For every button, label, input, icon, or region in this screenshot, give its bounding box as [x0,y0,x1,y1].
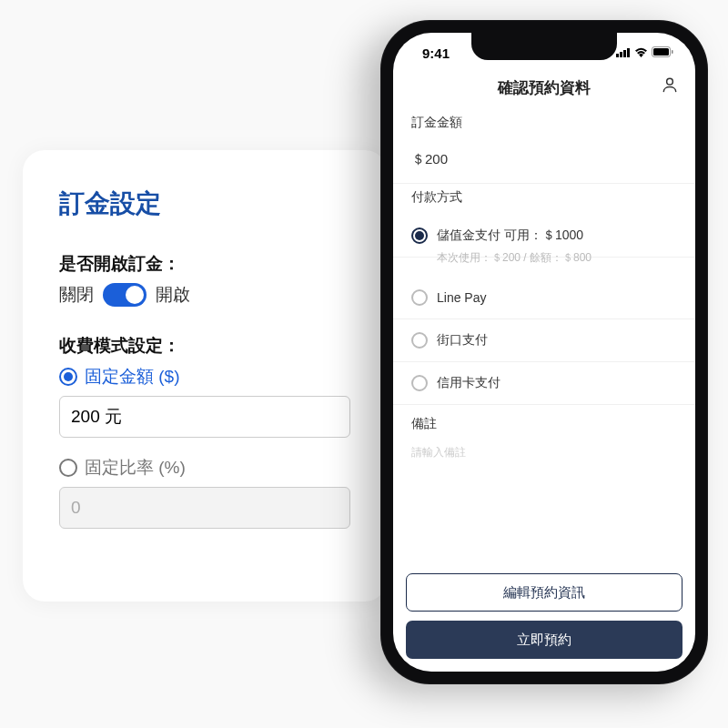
enable-deposit-label: 是否開啟訂金： [59,252,350,276]
radio-icon [411,289,428,306]
phone-screen: 9:41 確認預約資料 訂金金額 ＄200 [393,33,695,672]
deposit-amount-value: ＄200 [393,140,695,183]
fixed-percent-option[interactable]: 固定比率 (%) [59,456,350,480]
deposit-toggle[interactable] [103,283,147,307]
svg-rect-1 [620,52,622,57]
remark-label: 備註 [411,416,677,432]
screen-header: 確認預約資料 [393,61,695,109]
svg-point-7 [667,78,673,85]
deposit-section: 訂金金額 [393,109,695,140]
footer-buttons: 編輯預約資訊 立即預約 [406,573,682,659]
radio-icon [59,368,77,386]
status-time: 9:41 [422,46,450,61]
toggle-off-label: 關閉 [59,283,94,307]
pay-option-label: 街口支付 [437,332,488,349]
fixed-amount-label: 固定金額 ($) [85,365,180,389]
svg-rect-2 [623,50,626,57]
pay-option-credit-card[interactable]: 信用卡支付 [393,362,695,405]
card-title: 訂金設定 [59,187,350,221]
fixed-amount-option[interactable]: 固定金額 ($) [59,365,350,389]
toggle-on-label: 開啟 [156,283,190,307]
pay-option-sub: 本次使用：＄200 / 餘額：＄800 [393,250,695,277]
fixed-amount-input[interactable] [59,396,350,438]
radio-icon [59,459,77,477]
deposit-settings-card: 訂金設定 是否開啟訂金： 關閉 開啟 收費模式設定： 固定金額 ($) 固定比率… [23,150,387,602]
svg-rect-5 [653,48,669,56]
fixed-percent-label: 固定比率 (%) [85,456,186,480]
svg-rect-6 [672,50,673,54]
deposit-toggle-row: 關閉 開啟 [59,283,350,307]
deposit-amount-label: 訂金金額 [411,115,677,131]
remark-input[interactable]: 請輸入備註 [393,441,695,471]
radio-icon [411,375,428,391]
phone-device: 9:41 確認預約資料 訂金金額 ＄200 [380,20,708,684]
book-now-button[interactable]: 立即預約 [406,621,682,659]
phone-notch [471,33,617,60]
payment-section: 付款方式 [393,184,695,215]
svg-rect-3 [627,48,630,57]
pay-option-label: 信用卡支付 [437,375,500,391]
wifi-icon [634,47,648,60]
fixed-percent-input [59,487,350,529]
charge-mode-label: 收費模式設定： [59,334,350,358]
svg-rect-0 [616,54,619,57]
radio-icon [411,332,428,349]
radio-icon [411,228,428,244]
profile-icon[interactable] [661,76,679,94]
pay-option-label: Line Pay [437,290,486,305]
screen-title: 確認預約資料 [498,77,591,98]
status-icons [616,46,673,60]
battery-icon [652,46,673,60]
signal-icon [616,47,631,60]
pay-option-jkopay[interactable]: 街口支付 [393,319,695,362]
pay-option-linepay[interactable]: Line Pay [393,277,695,319]
payment-method-label: 付款方式 [411,189,677,206]
edit-booking-button[interactable]: 編輯預約資訊 [406,573,682,612]
pay-option-label: 儲值金支付 可用：＄1000 [437,228,583,244]
